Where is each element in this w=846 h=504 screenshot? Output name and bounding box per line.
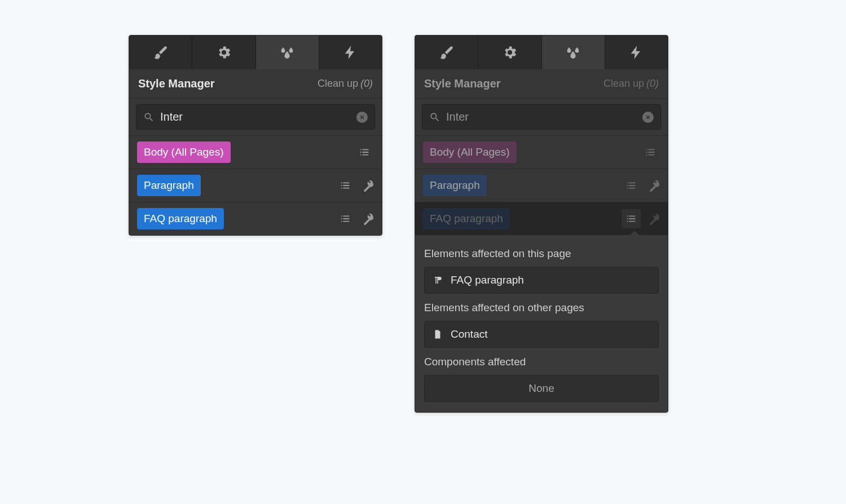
style-tag: Paragraph	[423, 175, 487, 196]
tab-styles[interactable]	[415, 36, 478, 69]
list-icon	[625, 213, 637, 225]
popover-section-components: Components affected	[424, 356, 659, 368]
tab-interactions[interactable]	[319, 36, 382, 69]
brush-icon	[153, 45, 169, 60]
affected-elements-button[interactable]	[336, 209, 355, 228]
style-row-paragraph[interactable]: Paragraph	[415, 169, 668, 202]
affected-elements-button[interactable]	[622, 209, 641, 228]
popover-section-this-page: Elements affected on this page	[424, 247, 659, 260]
search-container	[415, 99, 668, 136]
style-tag: Body (All Pages)	[137, 142, 231, 163]
panel-header: Style Manager Clean up (0)	[415, 69, 668, 99]
tab-interactions[interactable]	[605, 36, 668, 69]
list-icon	[625, 179, 637, 192]
panel-header: Style Manager Clean up (0)	[129, 69, 382, 99]
style-row-body[interactable]: Body (All Pages)	[415, 136, 668, 169]
search-input[interactable]	[160, 110, 351, 123]
gear-icon	[216, 45, 232, 60]
style-tag: Paragraph	[137, 175, 201, 196]
affected-element-item[interactable]: FAQ paragraph	[424, 267, 659, 294]
cleanup-link[interactable]: Clean up (0)	[603, 78, 659, 90]
panel-title: Style Manager	[424, 77, 501, 90]
brush-icon	[439, 45, 455, 60]
panel-tabs	[415, 36, 668, 69]
affected-elements-popover: Elements affected on this page FAQ parag…	[415, 235, 668, 412]
popover-arrow	[629, 231, 640, 236]
style-tag: FAQ paragraph	[423, 208, 510, 229]
panel-title: Style Manager	[138, 77, 215, 90]
panel-tabs	[129, 36, 382, 69]
clear-search-button[interactable]	[642, 112, 654, 123]
tab-settings[interactable]	[478, 36, 541, 69]
list-icon	[339, 213, 351, 225]
search-container	[129, 99, 382, 136]
search-icon	[429, 112, 440, 123]
search-field[interactable]	[136, 104, 375, 130]
list-icon	[644, 146, 656, 158]
style-row-faq-paragraph[interactable]: FAQ paragraph	[129, 202, 382, 235]
lightning-icon	[628, 45, 644, 60]
lightning-icon	[342, 45, 358, 60]
style-row-paragraph[interactable]: Paragraph	[129, 169, 382, 202]
components-none: None	[424, 375, 659, 402]
droplets-icon	[565, 45, 581, 60]
style-tag: FAQ paragraph	[137, 208, 224, 229]
tab-settings[interactable]	[192, 36, 255, 69]
wrench-icon[interactable]	[647, 213, 660, 225]
search-input[interactable]	[446, 110, 637, 123]
page-icon	[433, 329, 443, 339]
list-icon	[339, 179, 351, 192]
tab-styles[interactable]	[129, 36, 192, 69]
list-icon	[358, 146, 371, 158]
close-icon	[645, 114, 651, 121]
cleanup-link[interactable]: Clean up (0)	[318, 78, 373, 90]
style-row-body[interactable]: Body (All Pages)	[129, 136, 382, 169]
clear-search-button[interactable]	[356, 112, 368, 123]
tab-style-manager[interactable]	[256, 36, 319, 69]
affected-page-item[interactable]: Contact	[424, 321, 659, 348]
affected-elements-button[interactable]	[622, 176, 641, 195]
close-icon	[359, 114, 365, 121]
popover-section-other-pages: Elements affected on other pages	[424, 302, 659, 314]
wrench-icon[interactable]	[362, 179, 374, 192]
search-field[interactable]	[422, 104, 661, 130]
affected-elements-button[interactable]	[641, 143, 660, 162]
style-tag: Body (All Pages)	[423, 142, 517, 163]
paragraph-type-icon	[433, 275, 443, 285]
wrench-icon[interactable]	[647, 179, 660, 192]
affected-elements-button[interactable]	[355, 143, 374, 162]
affected-elements-button[interactable]	[336, 176, 355, 195]
search-icon	[143, 112, 155, 123]
gear-icon	[502, 45, 518, 60]
wrench-icon[interactable]	[362, 213, 374, 225]
style-manager-panel: Style Manager Clean up (0) Body (All Pag…	[129, 35, 382, 236]
style-manager-panel-with-popover: Style Manager Clean up (0) Body (All Pag…	[415, 35, 668, 413]
droplets-icon	[279, 45, 295, 60]
tab-style-manager[interactable]	[542, 36, 605, 69]
